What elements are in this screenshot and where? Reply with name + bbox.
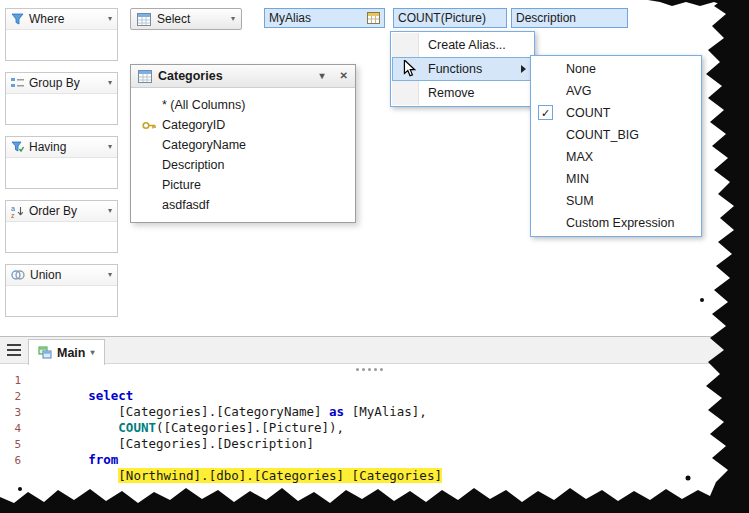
- select-dropdown-button[interactable]: Select ▾: [130, 8, 242, 30]
- field-row-asdfasdf[interactable]: asdfasdf: [131, 195, 355, 215]
- where-drop-area[interactable]: [6, 30, 117, 60]
- field-row-all-columns[interactable]: * (All Columns): [131, 95, 355, 115]
- table-icon: [138, 70, 152, 83]
- submenu-item-label: COUNT_BIG: [566, 128, 639, 142]
- select-field-chip-description[interactable]: Description: [511, 8, 628, 28]
- group-by-icon: [11, 77, 24, 89]
- panel-order-by: az Order By ▾: [5, 200, 118, 253]
- submenu-item-label: AVG: [566, 84, 591, 98]
- submenu-item-min[interactable]: MIN: [532, 168, 700, 190]
- sql-line-1[interactable]: 1select: [6, 372, 442, 388]
- submenu-item-avg[interactable]: AVG: [532, 80, 700, 102]
- submenu-item-custom-expression[interactable]: Custom Expression: [532, 212, 700, 234]
- splitter-grip[interactable]: [356, 368, 383, 371]
- sql-line-3[interactable]: 3 COUNT([Categories].[Picture]),: [6, 404, 442, 420]
- line-number: 3: [6, 405, 21, 421]
- panel-group-by-header[interactable]: Group By ▾: [6, 73, 117, 94]
- submenu-item-label: COUNT: [566, 106, 610, 120]
- field-row-categoryid[interactable]: CategoryID: [131, 115, 355, 135]
- chevron-down-icon[interactable]: ▾: [108, 271, 112, 279]
- menu-hamburger-icon[interactable]: [7, 344, 21, 359]
- line-number: 1: [6, 373, 21, 389]
- sql-line-2[interactable]: 2 [Categories].[CategoryName] as [MyAlia…: [6, 388, 442, 404]
- field-icon-placeholder: [141, 158, 157, 172]
- query-builder-window: Where ▾ Group By ▾ Having ▾ az: [0, 0, 749, 513]
- select-field-chip-myalias[interactable]: MyAlias: [264, 8, 385, 28]
- submenu-item-count[interactable]: ✓ COUNT: [532, 102, 700, 124]
- close-icon[interactable]: ✕: [340, 71, 348, 81]
- chevron-down-icon: ▾: [231, 15, 235, 23]
- panel-group-by: Group By ▾: [5, 72, 118, 125]
- tab-main[interactable]: Main ▾: [28, 339, 105, 365]
- field-label: Picture: [162, 178, 201, 192]
- chevron-down-icon[interactable]: ▾: [108, 15, 112, 23]
- field-icon-placeholder: [141, 198, 157, 212]
- submenu-item-max[interactable]: MAX: [532, 146, 700, 168]
- having-filter-icon: [11, 141, 24, 153]
- sql-editor[interactable]: 1select 2 [Categories].[CategoryName] as…: [0, 364, 749, 490]
- submenu-item-label: None: [566, 62, 596, 76]
- union-icon: [11, 269, 25, 281]
- line-number: 5: [6, 437, 21, 453]
- field-label: CategoryID: [162, 118, 225, 132]
- menu-item-label: Create Alias...: [428, 38, 506, 52]
- field-label: Description: [162, 158, 225, 172]
- line-number: 2: [6, 389, 21, 405]
- select-field-chip-count-picture[interactable]: COUNT(Picture): [393, 8, 507, 28]
- menu-item-label: Functions: [428, 62, 482, 76]
- categories-field-list: * (All Columns) CategoryID CategoryName …: [131, 88, 355, 222]
- sql-text[interactable]: 1select 2 [Categories].[CategoryName] as…: [6, 372, 442, 468]
- field-icon-placeholder: [141, 98, 157, 112]
- panel-having: Having ▾: [5, 136, 118, 189]
- field-label: CategoryName: [162, 138, 246, 152]
- menu-item-create-alias[interactable]: Create Alias...: [392, 33, 533, 57]
- submenu-item-label: SUM: [566, 194, 594, 208]
- filter-icon: [11, 13, 24, 25]
- categories-title: Categories: [158, 69, 305, 83]
- panel-where-header[interactable]: Where ▾: [6, 9, 117, 30]
- categories-title-bar[interactable]: Categories ▾ ✕: [131, 65, 355, 88]
- group-by-drop-area[interactable]: [6, 94, 117, 124]
- chevron-down-icon[interactable]: ▾: [108, 143, 112, 151]
- svg-text:a: a: [11, 205, 15, 212]
- sort-az-icon: az: [11, 205, 24, 218]
- having-drop-area[interactable]: [6, 158, 117, 188]
- panel-group-by-label: Group By: [29, 76, 80, 90]
- panel-having-label: Having: [29, 140, 66, 154]
- field-icon-placeholder: [141, 138, 157, 152]
- submenu-item-none[interactable]: None: [532, 58, 700, 80]
- field-row-categoryname[interactable]: CategoryName: [131, 135, 355, 155]
- order-by-drop-area[interactable]: [6, 222, 117, 252]
- functions-submenu: None AVG ✓ COUNT COUNT_BIG MAX MIN SUM C…: [530, 55, 702, 237]
- chevron-down-icon[interactable]: ▾: [108, 207, 112, 215]
- panel-order-by-header[interactable]: az Order By ▾: [6, 201, 117, 222]
- field-icon-placeholder: [141, 178, 157, 192]
- menu-item-remove[interactable]: Remove: [392, 81, 533, 105]
- checked-checkbox[interactable]: ✓: [538, 105, 553, 120]
- chevron-down-icon[interactable]: ▾: [108, 79, 112, 87]
- field-table-icon[interactable]: [367, 12, 380, 24]
- chip-label: COUNT(Picture): [398, 11, 502, 25]
- chevron-down-icon[interactable]: ▾: [90, 349, 94, 357]
- submenu-item-sum[interactable]: SUM: [532, 190, 700, 212]
- chip-label: Description: [516, 11, 623, 25]
- field-row-picture[interactable]: Picture: [131, 175, 355, 195]
- sql-line-5[interactable]: 5from: [6, 436, 442, 452]
- sql-token: [88, 468, 118, 483]
- menu-item-label: Remove: [428, 86, 475, 100]
- panel-having-header[interactable]: Having ▾: [6, 137, 117, 158]
- sql-line-6[interactable]: 6 [Northwind].[dbo].[Categories] [Catego…: [6, 452, 442, 468]
- submenu-item-label: Custom Expression: [566, 216, 674, 230]
- field-label: * (All Columns): [162, 98, 245, 112]
- submenu-item-label: MIN: [566, 172, 589, 186]
- panel-union-header[interactable]: Union ▾: [6, 265, 117, 286]
- sql-token-highlighted: [Northwind].[dbo].[Categories] [Categori…: [118, 468, 442, 483]
- collapse-chevron-icon[interactable]: ▾: [320, 71, 325, 81]
- key-icon: [141, 118, 157, 132]
- panel-union-label: Union: [30, 268, 61, 282]
- submenu-item-count-big[interactable]: COUNT_BIG: [532, 124, 700, 146]
- field-row-description[interactable]: Description: [131, 155, 355, 175]
- sql-line-4[interactable]: 4 [Categories].[Description]: [6, 420, 442, 436]
- union-drop-area[interactable]: [6, 286, 117, 316]
- check-icon: ✓: [541, 102, 550, 124]
